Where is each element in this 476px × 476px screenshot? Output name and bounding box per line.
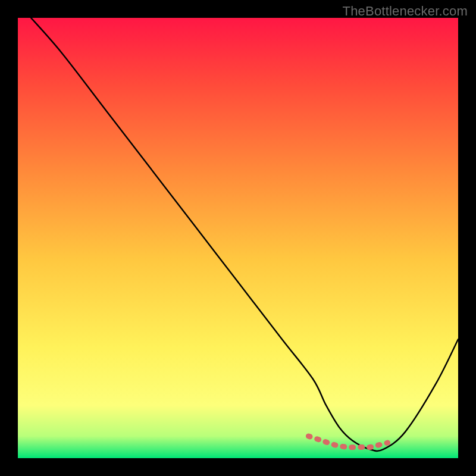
curve-layer (18, 18, 458, 458)
plot-area (18, 18, 458, 458)
bottleneck-curve (31, 18, 458, 451)
watermark-text: TheBottlenecker.com (343, 4, 468, 19)
chart-container: TheBottlenecker.com (0, 0, 476, 476)
